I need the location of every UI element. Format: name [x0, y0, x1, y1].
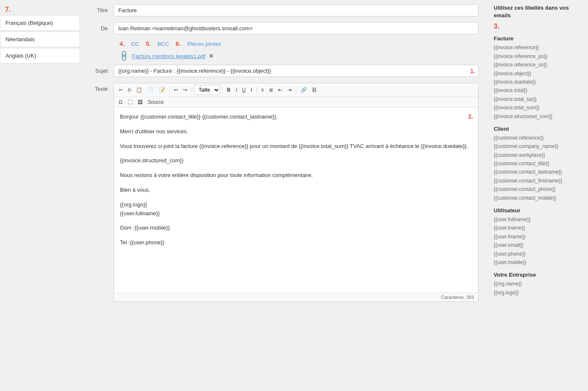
de-label: De [88, 22, 114, 32]
copy-button[interactable]: ⎘ [126, 86, 133, 94]
sujet-input[interactable] [114, 65, 479, 77]
attachment-filename[interactable]: Facture mentions legales1.pdf [132, 53, 205, 59]
sidebar-number: 7. [0, 4, 80, 15]
cc-number: 4. [120, 40, 125, 47]
toolbar-sep4 [256, 86, 257, 94]
editor-line-1: Bonjour {{customer.contact_title}} {{cus… [120, 113, 472, 122]
italic-button[interactable]: I [234, 86, 239, 94]
sidebar-item-dutch[interactable]: Néerlandais [0, 32, 80, 47]
editor-line-6: Bien à vous, [120, 186, 472, 195]
caracteres-count: Caractères: 393 [441, 295, 474, 300]
section-facture-header: Facture [494, 35, 581, 42]
paste-button[interactable]: 📋 [134, 86, 144, 94]
link-button[interactable]: 🔗 [298, 86, 309, 94]
utilisateur-vars: {{user.fullname}} {{user.lname}} {{user.… [494, 215, 581, 267]
underline-button[interactable]: U [240, 86, 248, 94]
bcc-link[interactable]: BCC [157, 41, 169, 47]
editor-line-2: Merci d'utiliser nos services. [120, 127, 472, 136]
toolbar-sep2 [192, 86, 192, 94]
sujet-wrapper: 1. [114, 65, 479, 77]
language-sidebar: 7. Français (Belgique) Néerlandais Angla… [0, 0, 80, 391]
bold-button[interactable]: B [225, 86, 233, 94]
main-form: Titre De 4. CC 5. BCC 6. Pièces jointes … [80, 0, 487, 391]
paste-text-button[interactable]: 📄 [145, 86, 156, 94]
client-vars: {{customer.reference}} {{customer.compan… [494, 134, 581, 202]
toolbar-sep5 [296, 86, 296, 94]
taille-dropdown[interactable]: Taille [194, 85, 220, 95]
fullscreen-button[interactable]: ⛶ [125, 98, 135, 106]
toolbar-row1: ✂ ⎘ 📋 📄 📝 ↩ ↪ Taille B I U I [114, 83, 478, 97]
editor-line-7: {{org.logo}}{{user.fullname}} [120, 201, 472, 218]
paste-word-button[interactable]: 📝 [157, 86, 167, 94]
unlink-button[interactable]: ⛓ [310, 86, 319, 94]
redo-button[interactable]: ↪ [181, 86, 189, 94]
ordered-list-button[interactable]: ≡ [259, 86, 266, 94]
source-button[interactable]: Source [146, 98, 166, 106]
action-links-row: 4. CC 5. BCC 6. Pièces jointes [88, 40, 479, 47]
section-utilisateur-header: Utilisateur [494, 207, 581, 214]
editor-footer: Caractères: 393 [114, 293, 478, 301]
texte-row: Texte ✂ ⎘ 📋 📄 📝 ↩ ↪ Taille [88, 83, 479, 302]
bcc-number: 5. [146, 40, 151, 47]
outdent-button[interactable]: ⇤ [276, 86, 285, 94]
section-entreprise-header: Votre Entreprise [494, 272, 581, 278]
unordered-list-button[interactable]: ≣ [267, 86, 275, 94]
sujet-row: Sujet 1. [88, 65, 479, 77]
editor-line-8: Gsm :{{user.mobile}} [120, 224, 472, 232]
de-row: De [88, 22, 479, 34]
right-panel: Utilisez ces libellés dans vos emails 3.… [487, 0, 588, 391]
indent-button[interactable]: ⇥ [285, 86, 294, 94]
image-button[interactable]: 🖼 [136, 98, 145, 106]
editor-line-3: Vous trouverez ci-joint la facture {{inv… [120, 142, 472, 151]
toolbar-sep1 [169, 86, 170, 94]
sidebar-item-english-uk[interactable]: Anglais (UK) [0, 48, 80, 63]
texte-label: Texte [88, 83, 114, 92]
editor-line-4: {{invoice.structured_com}} [120, 156, 472, 165]
paperclip-icon: 🔗 [117, 49, 130, 62]
toolbar-row2: Ω ⛶ 🖼 Source [114, 97, 478, 108]
attachment-row: 🔗 Facture mentions legales1.pdf ✕ [88, 51, 479, 61]
cut-button[interactable]: ✂ [117, 86, 125, 94]
sujet-number: 1. [470, 68, 475, 74]
pieces-jointes-link[interactable]: Pièces jointes [187, 41, 221, 47]
section-client-header: Client [494, 126, 581, 132]
right-panel-title: Utilisez ces libellés dans vos emails [494, 4, 581, 19]
editor-number: 2. [468, 112, 473, 121]
pieces-number: 6. [176, 40, 181, 47]
titre-input[interactable] [114, 4, 479, 16]
cc-link[interactable]: CC [131, 41, 139, 47]
editor-line-5: Nous restons à votre entière disposition… [120, 171, 472, 180]
editor-body[interactable]: 2. Bonjour {{customer.contact_title}} {{… [114, 108, 478, 293]
sujet-label: Sujet [88, 65, 114, 74]
titre-label: Titre [88, 4, 114, 13]
right-panel-number: 3. [494, 23, 581, 30]
undo-button[interactable]: ↩ [172, 86, 180, 94]
titre-row: Titre [88, 4, 479, 16]
toolbar-sep3 [222, 86, 223, 94]
sidebar-item-french-belgium[interactable]: Français (Belgique) [0, 15, 80, 31]
attachment-remove-button[interactable]: ✕ [209, 53, 214, 59]
strikethrough-button[interactable]: I [249, 86, 254, 94]
de-input[interactable] [114, 22, 479, 34]
facture-vars: {{invoice.reference}} {{invoice.referenc… [494, 43, 581, 121]
editor-line-9: Tel :{{user.phone}} [120, 238, 472, 247]
entreprise-vars: {{org.name}} {{org.logo}} [494, 280, 581, 297]
omega-button[interactable]: Ω [117, 98, 125, 106]
editor-wrapper: ✂ ⎘ 📋 📄 📝 ↩ ↪ Taille B I U I [114, 83, 479, 302]
